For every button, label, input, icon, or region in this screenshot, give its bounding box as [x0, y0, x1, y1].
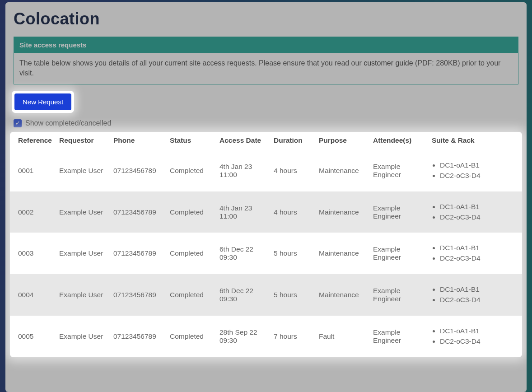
cell-status: Completed	[166, 233, 216, 274]
rack-item: DC2-oC3-D4	[440, 337, 516, 346]
rack-list: DC1-oA1-B1DC2-oC3-D4	[432, 161, 516, 181]
info-text-middle: (PDF: 280KB)	[413, 59, 460, 67]
table-header-row: Reference Requestor Phone Status Access …	[10, 132, 522, 150]
cell-attendees: Example Engineer	[369, 191, 428, 233]
requests-table-wrap: Reference Requestor Phone Status Access …	[10, 132, 522, 357]
cell-purpose: Maintenance	[315, 191, 369, 233]
rack-list: DC1-oA1-B1DC2-oC3-D4	[432, 327, 516, 346]
filter-row: ✓ Show completed/cancelled	[14, 119, 527, 127]
rack-item: DC2-oC3-D4	[440, 171, 516, 181]
col-header-suite-rack: Suite & Rack	[428, 132, 522, 150]
cell-suite-rack: DC1-oA1-B1DC2-oC3-D4	[428, 191, 522, 233]
info-panel-body: The table below shows you details of all…	[14, 53, 518, 84]
cell-duration: 5 hours	[270, 233, 315, 274]
new-request-highlight: New Request	[12, 91, 74, 113]
cell-purpose: Maintenance	[315, 274, 369, 316]
cell-suite-rack: DC1-oA1-B1DC2-oC3-D4	[428, 274, 522, 316]
rack-list: DC1-oA1-B1DC2-oC3-D4	[432, 243, 516, 263]
col-header-reference: Reference	[10, 132, 56, 150]
cell-duration: 7 hours	[270, 316, 315, 357]
rack-item: DC2-oC3-D4	[440, 213, 516, 222]
cell-access-date: 28th Sep 2209:30	[216, 316, 270, 357]
cell-requestor: Example User	[56, 191, 110, 233]
info-panel: Site access requests The table below sho…	[14, 37, 518, 84]
rack-item: DC2-oC3-D4	[440, 295, 516, 305]
new-request-button[interactable]: New Request	[14, 93, 71, 110]
requests-table: Reference Requestor Phone Status Access …	[10, 132, 522, 357]
cell-duration: 5 hours	[270, 274, 315, 316]
table-row: 0003Example User07123456789Completed6th …	[10, 233, 522, 274]
cell-reference: 0002	[10, 191, 56, 233]
cell-attendees: Example Engineer	[369, 150, 428, 191]
cell-phone: 07123456789	[110, 233, 166, 274]
cell-access-date: 6th Dec 2209:30	[216, 274, 270, 316]
rack-item: DC1-oA1-B1	[440, 285, 516, 294]
info-text-prefix: The table below shows you details of all…	[19, 59, 364, 67]
col-header-purpose: Purpose	[315, 132, 369, 150]
info-panel-heading: Site access requests	[14, 37, 518, 53]
cell-duration: 4 hours	[270, 191, 315, 233]
cell-duration: 4 hours	[270, 150, 315, 191]
cell-reference: 0004	[10, 274, 56, 316]
cell-status: Completed	[166, 316, 216, 357]
cell-requestor: Example User	[56, 316, 110, 357]
cell-phone: 07123456789	[110, 191, 166, 233]
cell-access-date: 4th Jan 2311:00	[216, 150, 270, 191]
cell-status: Completed	[166, 274, 216, 316]
cell-reference: 0003	[10, 233, 56, 274]
table-row: 0004Example User07123456789Completed6th …	[10, 274, 522, 316]
rack-item: DC1-oA1-B1	[440, 243, 516, 253]
rack-item: DC1-oA1-B1	[440, 202, 516, 212]
cell-suite-rack: DC1-oA1-B1DC2-oC3-D4	[428, 233, 522, 274]
cell-phone: 07123456789	[110, 316, 166, 357]
cell-reference: 0001	[10, 150, 56, 191]
cell-suite-rack: DC1-oA1-B1DC2-oC3-D4	[428, 150, 522, 191]
rack-list: DC1-oA1-B1DC2-oC3-D4	[432, 285, 516, 305]
show-completed-checkbox[interactable]: ✓	[14, 119, 22, 127]
rack-item: DC1-oA1-B1	[440, 161, 516, 170]
cell-requestor: Example User	[56, 233, 110, 274]
cell-phone: 07123456789	[110, 150, 166, 191]
checkmark-icon: ✓	[15, 120, 20, 126]
cell-status: Completed	[166, 191, 216, 233]
cell-access-date: 6th Dec 2209:30	[216, 233, 270, 274]
cell-phone: 07123456789	[110, 274, 166, 316]
cell-access-date: 4th Jan 2311:00	[216, 191, 270, 233]
table-row: 0005Example User07123456789Completed28th…	[10, 316, 522, 357]
cell-attendees: Example Engineer	[369, 274, 428, 316]
col-header-requestor: Requestor	[56, 132, 110, 150]
cell-purpose: Maintenance	[315, 150, 369, 191]
col-header-status: Status	[166, 132, 216, 150]
cell-requestor: Example User	[56, 150, 110, 191]
rack-item: DC1-oA1-B1	[440, 327, 516, 336]
cell-suite-rack: DC1-oA1-B1DC2-oC3-D4	[428, 316, 522, 357]
cell-requestor: Example User	[56, 274, 110, 316]
page-title: Colocation	[14, 9, 527, 28]
rack-item: DC2-oC3-D4	[440, 254, 516, 263]
table-row: 0002Example User07123456789Completed4th …	[10, 191, 522, 233]
rack-list: DC1-oA1-B1DC2-oC3-D4	[432, 202, 516, 222]
col-header-duration: Duration	[270, 132, 315, 150]
cell-reference: 0005	[10, 316, 56, 357]
cell-status: Completed	[166, 150, 216, 191]
cell-attendees: Example Engineer	[369, 233, 428, 274]
col-header-attendees: Attendee(s)	[369, 132, 428, 150]
cell-purpose: Maintenance	[315, 233, 369, 274]
show-completed-label: Show completed/cancelled	[25, 119, 111, 127]
col-header-phone: Phone	[110, 132, 166, 150]
cell-attendees: Example Engineer	[369, 316, 428, 357]
cell-purpose: Fault	[315, 316, 369, 357]
main-card: Colocation Site access requests The tabl…	[5, 2, 527, 392]
col-header-access-date: Access Date	[216, 132, 270, 150]
table-row: 0001Example User07123456789Completed4th …	[10, 150, 522, 191]
customer-guide-link[interactable]: customer guide	[364, 59, 413, 67]
